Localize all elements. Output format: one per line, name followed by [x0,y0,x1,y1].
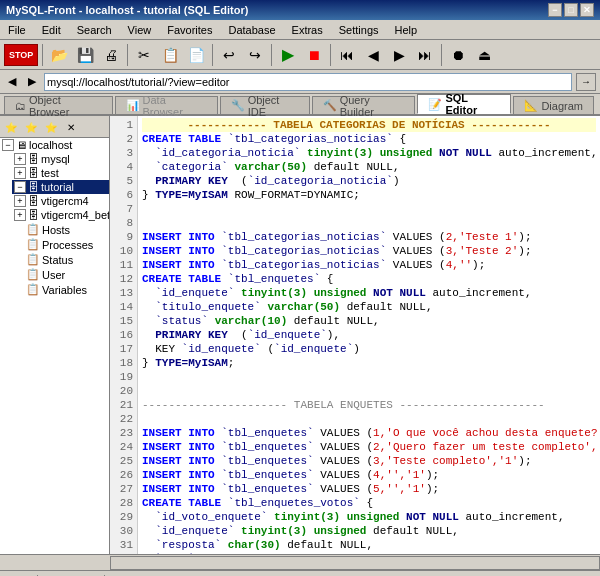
code-line-13: `titulo_enquete` varchar(50) default NUL… [142,300,596,314]
menu-file[interactable]: File [4,23,30,37]
code-editor[interactable]: ------------ TABELA CATEGORIAS DE NOTÍCI… [138,116,600,554]
toolbar-undo[interactable]: ↩ [217,43,241,67]
toolbar-first[interactable]: ⏮ [335,43,359,67]
menu-favorites[interactable]: Favorites [163,23,216,37]
stop-button[interactable]: STOP [4,44,38,66]
menu-settings[interactable]: Settings [335,23,383,37]
menu-bar: File Edit Search View Favorites Database… [0,20,600,40]
menu-view[interactable]: View [124,23,156,37]
toolbar-separator-6 [441,44,442,66]
horizontal-scrollbar[interactable] [0,554,600,570]
tab-diagram[interactable]: 📐 Diagram [513,96,594,114]
go-button[interactable]: → [576,73,596,91]
code-line-18 [142,370,596,384]
localhost-icon: 🖥 [16,139,27,151]
editor-area: 1234567891011121314151617181920212223242… [110,116,600,554]
sidebar-star-2[interactable]: ⭐ [22,118,40,136]
sidebar-close[interactable]: ✕ [62,118,80,136]
sidebar-toolbar: ⭐ ⭐ ⭐ ✕ [0,116,109,138]
mysql-expander[interactable]: + [14,153,26,165]
tutorial-icon: 🗄 [28,181,39,193]
toolbar-copy[interactable]: 📋 [158,43,182,67]
code-line-30: `resposta` char(30) default NULL, [142,538,596,552]
toolbar-stop2[interactable]: ⏹ [302,43,326,67]
test-label: test [41,167,59,179]
localhost-expander[interactable]: − [2,139,14,151]
toolbar-eject[interactable]: ⏏ [472,43,496,67]
toolbar-record[interactable]: ⏺ [446,43,470,67]
status-label: Status [42,254,73,266]
code-line-23: INSERT INTO `tbl_enquetes` VALUES (2,'Qu… [142,440,596,454]
code-line-29: `id_enquete` tinyint(3) unsigned default… [142,524,596,538]
toolbar-paste[interactable]: 📄 [184,43,208,67]
vtigercm4beta-expander[interactable]: + [14,209,26,221]
vtigercm4beta-label: vtigercm4_beta [41,209,110,221]
data-browser-icon: 📊 [126,99,140,112]
code-line-17: } TYPE=MyISAM; [142,356,596,370]
tab-bar: 🗂 Object Browser 📊 Data Browser 🔧 Object… [0,94,600,116]
query-builder-icon: 🔨 [323,99,337,112]
code-line-16: KEY `id_enquete` (`id_enquete`) [142,342,596,356]
sidebar-star-1[interactable]: ⭐ [2,118,20,136]
tree-item-status[interactable]: 📋 Status [24,252,109,267]
toolbar-cut[interactable]: ✂ [132,43,156,67]
toolbar-separator-3 [212,44,213,66]
toolbar-open[interactable]: 📂 [47,43,71,67]
tree-item-test[interactable]: + 🗄 test [12,166,109,180]
tab-query-builder[interactable]: 🔨 Query Builder [312,96,416,114]
section-header-categorias: ------------ TABELA CATEGORIAS DE NOTÍCI… [142,118,596,132]
code-line-10: INSERT INTO `tbl_categorias_noticias` VA… [142,258,596,272]
back-button[interactable]: ◀ [4,73,20,90]
close-button[interactable]: ✕ [580,3,594,17]
toolbar-separator-5 [330,44,331,66]
tree-item-localhost[interactable]: − 🖥 localhost [0,138,109,152]
tree-item-mysql[interactable]: + 🗄 mysql [12,152,109,166]
toolbar-last[interactable]: ⏭ [413,43,437,67]
test-expander[interactable]: + [14,167,26,179]
tab-object-ide[interactable]: 🔧 Object IDE [220,96,310,114]
toolbar-next[interactable]: ▶ [387,43,411,67]
tree-item-tutorial[interactable]: − 🗄 tutorial [12,180,109,194]
toolbar-redo[interactable]: ↪ [243,43,267,67]
hosts-label: Hosts [42,224,70,236]
vtigercm4-expander[interactable]: + [14,195,26,207]
line-numbers: 1234567891011121314151617181920212223242… [110,116,138,554]
user-label: User [42,269,65,281]
tree-item-hosts[interactable]: 📋 Hosts [24,222,109,237]
toolbar-save[interactable]: 💾 [73,43,97,67]
vtigercm4-label: vtigercm4 [41,195,89,207]
code-line-11: CREATE TABLE `tbl_enquetes` { [142,272,596,286]
tab-sql-editor[interactable]: 📝 SQL Editor [417,94,511,114]
tree-item-processes[interactable]: 📋 Processes [24,237,109,252]
toolbar-print[interactable]: 🖨 [99,43,123,67]
tree-item-vtigercm4[interactable]: + 🗄 vtigercm4 [12,194,109,208]
object-browser-icon: 🗂 [15,100,26,112]
tree-item-user[interactable]: 📋 User [24,267,109,282]
toolbar-separator-1 [42,44,43,66]
status-icon: 📋 [26,253,40,266]
sidebar-star-3[interactable]: ⭐ [42,118,60,136]
menu-extras[interactable]: Extras [288,23,327,37]
address-input[interactable] [44,73,572,91]
toolbar-run[interactable]: ▶ [276,43,300,67]
toolbar-separator-4 [271,44,272,66]
code-line-9: INSERT INTO `tbl_categorias_noticias` VA… [142,244,596,258]
tab-data-browser[interactable]: 📊 Data Browser [115,96,218,114]
menu-database[interactable]: Database [224,23,279,37]
tutorial-label: tutorial [41,181,74,193]
minimize-button[interactable]: − [548,3,562,17]
menu-help[interactable]: Help [391,23,422,37]
variables-label: Variables [42,284,87,296]
forward-button[interactable]: ▶ [24,73,40,90]
code-line-15: PRIMARY KEY (`id_enquete`), [142,328,596,342]
tab-object-browser[interactable]: 🗂 Object Browser [4,96,113,114]
maximize-button[interactable]: □ [564,3,578,17]
tree-item-variables[interactable]: 📋 Variables [24,282,109,297]
tutorial-expander[interactable]: − [14,181,26,193]
tree-item-vtigercm4beta[interactable]: + 🗄 vtigercm4_beta [12,208,109,222]
code-line-28: `id_voto_enquete` tinyint(3) unsigned NO… [142,510,596,524]
code-line-22: INSERT INTO `tbl_enquetes` VALUES (1,'O … [142,426,596,440]
menu-edit[interactable]: Edit [38,23,65,37]
toolbar-prev[interactable]: ◀ [361,43,385,67]
menu-search[interactable]: Search [73,23,116,37]
